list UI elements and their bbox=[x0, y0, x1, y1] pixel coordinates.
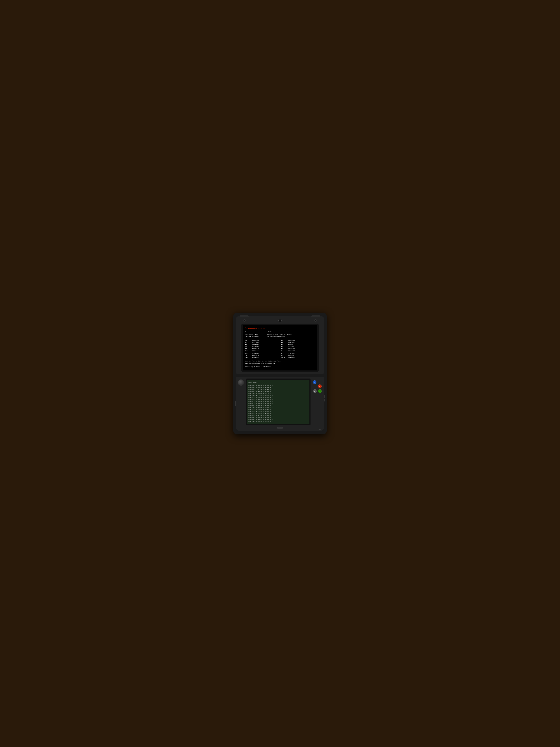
stack-addr: FF411CD8: bbox=[248, 395, 255, 396]
stack-addr: FF411CE8: bbox=[248, 398, 255, 400]
register-row: R32007D000 bbox=[281, 341, 315, 343]
stack-row: FF411D10: 02 00 00 00 80 26 F8 1F bbox=[248, 409, 308, 410]
register-row: SPFF411CB0 bbox=[281, 352, 315, 354]
shoulder-left-btn[interactable] bbox=[240, 315, 248, 317]
home-button[interactable] bbox=[277, 427, 283, 429]
volume-btn[interactable] bbox=[324, 395, 325, 398]
reg-name: R9 bbox=[281, 348, 287, 350]
stack-row: FF411CB0: 1D 75 F6 04 02 00 00 00 bbox=[248, 384, 308, 386]
reg-val: 1FF82690 bbox=[252, 346, 259, 347]
wifi-btn[interactable] bbox=[324, 399, 325, 402]
dump-message: You can find a dump in the following fil… bbox=[245, 360, 315, 362]
reg-val: A0000113 bbox=[252, 357, 259, 359]
stack-addr: FF411CE0: bbox=[248, 397, 255, 398]
stack-data: 80 E0 D4 EE 00 00 00 00 bbox=[256, 418, 273, 420]
bottom-shell: Stack dump: FF411CB0: 1D 75 F6 04 02 00 … bbox=[236, 377, 324, 431]
stack-row: FF411D40: 5C E1 F2 FF 20 36 F2 FF bbox=[248, 420, 308, 422]
side-button-left[interactable] bbox=[235, 401, 236, 406]
register-row: FPEXC00000000 bbox=[281, 357, 315, 359]
processor-line: Processor: ARM11 (core 1) bbox=[245, 331, 315, 333]
reg-val: 00000000 bbox=[288, 357, 295, 359]
side-buttons-right bbox=[324, 395, 325, 402]
stack-addr: FF411D30: bbox=[248, 417, 255, 418]
reg-name: R10 bbox=[245, 350, 251, 352]
stack-addr: FF411CD0: bbox=[248, 393, 255, 394]
register-row: R61FF82690 bbox=[245, 346, 279, 347]
stack-data: 30 5C F7 FF 40 BB F7 FF bbox=[256, 413, 273, 414]
exception-label: Exception type: bbox=[245, 333, 267, 335]
exception-line: Exception type: prefetch abort (kernel p… bbox=[245, 333, 315, 335]
exception-value: prefetch abort (kernel panic) bbox=[267, 333, 292, 335]
stack-row: FF411D28: 80 27 F8 1F 20 D0 F7 FF bbox=[248, 414, 308, 416]
stack-data: 04 41 0B EE 1C 60 13 EE bbox=[256, 407, 273, 408]
bottom-screen: Stack dump: FF411CB0: 1D 75 F6 04 02 00 … bbox=[247, 380, 310, 424]
stack-addr: FF411CC8: bbox=[248, 391, 255, 392]
a-button[interactable]: A bbox=[318, 384, 322, 388]
cameras bbox=[238, 319, 322, 322]
reg-name: R4 bbox=[245, 343, 251, 345]
reg-val: 2007D000 bbox=[288, 341, 295, 343]
bottom-screen-bezel: Stack dump: FF411CB0: 1D 75 F6 04 02 00 … bbox=[246, 379, 311, 426]
register-row: R1200000000 bbox=[245, 352, 279, 354]
shoulder-right-btn[interactable] bbox=[312, 315, 320, 317]
b-button[interactable]: B bbox=[313, 389, 317, 393]
stack-addr: FF411D20: bbox=[248, 413, 255, 414]
circle-pad[interactable] bbox=[238, 380, 244, 386]
top-screen-bezel: An exception occurred Processor: ARM11 (… bbox=[241, 324, 319, 372]
reg-name: R8 bbox=[245, 348, 251, 350]
camera-center bbox=[278, 319, 282, 322]
reg-name: R1 bbox=[281, 339, 287, 341]
3ds-device: An exception occurred Processor: ARM11 (… bbox=[233, 313, 327, 434]
stack-row: FF411CF0: 00 00 00 00 00 00 00 00 bbox=[248, 401, 308, 402]
y-button[interactable]: Y bbox=[318, 389, 322, 393]
register-row: LRFFF23D18 bbox=[245, 355, 279, 356]
stack-addr: FF411D10: bbox=[248, 409, 255, 410]
registers-grid: R000000000R100000000R2FFF75C68R32007D000… bbox=[245, 339, 315, 359]
stack-rows: FF411CB0: 1D 75 F6 04 02 00 00 00FF411CB… bbox=[248, 384, 308, 422]
stack-addr: FF411D18: bbox=[248, 411, 255, 412]
stack-row: FF411CB8: 01 00 00 00 9C 01 F2 FF bbox=[248, 386, 308, 388]
press-message: Press any button to shutdown bbox=[245, 366, 315, 368]
top-screen: An exception occurred Processor: ARM11 (… bbox=[243, 325, 317, 370]
stack-row: FF411D08: 04 41 0B EE 1C 60 13 EE bbox=[248, 407, 308, 408]
processor-label: Processor: bbox=[245, 331, 267, 333]
stack-addr: FF411D40: bbox=[248, 421, 255, 422]
reg-name: R7 bbox=[281, 346, 287, 347]
stack-data: C4 1C 41 FF 4C 5C F7 FF bbox=[256, 391, 273, 392]
stack-title: Stack dump: bbox=[248, 381, 308, 383]
camera-left bbox=[243, 319, 246, 322]
reg-name: R0 bbox=[245, 339, 251, 341]
register-row: R100000000 bbox=[281, 339, 315, 341]
stack-data: 00 00 00 00 00 00 00 00 bbox=[256, 401, 273, 402]
register-row: R000000000 bbox=[245, 339, 279, 341]
reg-val: FFF1C85C bbox=[288, 355, 295, 356]
reg-val: FFF75C4C bbox=[252, 348, 259, 350]
stack-row: FF411D30: 03 00 00 00 84 1D 41 FF bbox=[248, 416, 308, 418]
x-button[interactable]: X bbox=[313, 380, 316, 384]
stack-addr: FF411D08: bbox=[248, 407, 255, 408]
stack-data: 4C 5C F7 FF 00 00 00 00 bbox=[256, 395, 273, 396]
reg-name: R5 bbox=[281, 343, 287, 345]
reg-name: R2 bbox=[245, 341, 251, 343]
reg-name: R12 bbox=[245, 352, 251, 354]
mic-label: MIC bbox=[319, 429, 321, 430]
register-row: R7FFF7BB5C bbox=[281, 346, 315, 347]
reg-val: 00000004 bbox=[252, 343, 259, 345]
stack-addr: FF411CB8: bbox=[248, 387, 255, 388]
stack-data: 01 00 00 00 9C 01 F2 FF bbox=[256, 387, 273, 388]
dump-info: You can find a dump in the following fil… bbox=[245, 360, 315, 364]
right-controls: X A B Y bbox=[312, 379, 322, 393]
bottom-screen-area: Stack dump: FF411CB0: 1D 75 F6 04 02 00 … bbox=[246, 379, 311, 426]
reg-val: 04F6751D bbox=[288, 343, 295, 345]
stack-row: FF411D00: 01 00 00 00 4C 5C F7 FF bbox=[248, 404, 308, 406]
stack-row: FF411CC8: C4 1C 41 FF 4C 5C F7 FF bbox=[248, 390, 308, 392]
stack-row: FF411CF8: 00 00 00 00 00 10 00 00 bbox=[248, 403, 308, 404]
reg-val: FFF7BB5C bbox=[288, 346, 295, 347]
stack-row: FF411CC0: FF 6F 00 00 04 24 85 F9 FF bbox=[248, 388, 308, 390]
stack-data: 5C E1 F2 FF 20 36 F2 FF bbox=[256, 421, 273, 422]
stack-addr: FF411D00: bbox=[248, 405, 255, 406]
reg-val: 084CB128 bbox=[288, 348, 295, 350]
stack-row: FF411D20: 30 5C F7 FF 40 BB F7 FF bbox=[248, 412, 308, 414]
stack-row: FF411D18: 4C 5C F7 FF 5C BB F7 FF bbox=[248, 411, 308, 412]
camera-right bbox=[314, 319, 317, 322]
